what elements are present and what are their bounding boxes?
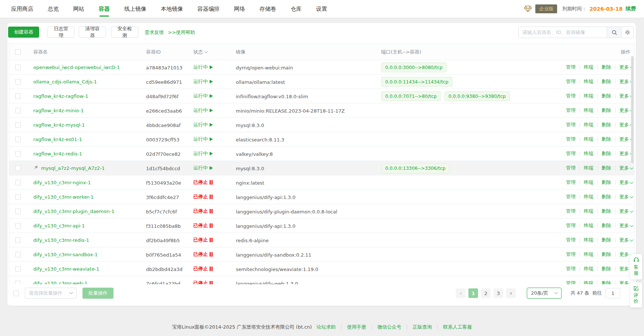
manage-link[interactable]: 管理 bbox=[566, 208, 576, 215]
row-checkbox[interactable] bbox=[15, 65, 21, 70]
terminal-link[interactable]: 终端 bbox=[584, 251, 593, 258]
container-name-link[interactable]: dify_v130_c3mr-weaviate-1 bbox=[33, 266, 99, 272]
delete-link[interactable]: 删除 bbox=[601, 280, 611, 284]
terminal-link[interactable]: 终端 bbox=[584, 237, 593, 243]
search-input[interactable] bbox=[519, 27, 607, 38]
delete-link[interactable]: 删除 bbox=[601, 64, 611, 71]
manage-link[interactable]: 管理 bbox=[566, 222, 576, 229]
port-mapping-badge[interactable]: 0.0.0.0:7071-->80/tcp bbox=[381, 91, 441, 101]
manage-link[interactable]: 管理 bbox=[566, 237, 576, 243]
container-name-link[interactable]: dify_v130_c3mr-sandbox-1 bbox=[33, 252, 98, 257]
delete-link[interactable]: 删除 bbox=[601, 107, 611, 114]
delete-link[interactable]: 删除 bbox=[601, 136, 611, 143]
row-checkbox[interactable] bbox=[15, 180, 21, 185]
terminal-link[interactable]: 终端 bbox=[584, 265, 593, 272]
nav-item-1[interactable]: 总览 bbox=[48, 0, 59, 18]
more-link[interactable]: 更多 bbox=[619, 193, 633, 200]
help-link[interactable]: >>使用帮助 bbox=[168, 29, 195, 36]
create-container-button[interactable]: 创建容器 bbox=[8, 27, 39, 38]
nav-item-0[interactable]: 应用商店 bbox=[11, 0, 33, 18]
terminal-link[interactable]: 终端 bbox=[584, 64, 593, 71]
row-checkbox[interactable] bbox=[15, 93, 21, 99]
more-link[interactable]: 更多 bbox=[619, 179, 633, 186]
container-name-link[interactable]: ragflow_kr4z-redis-1 bbox=[33, 151, 82, 157]
header-status[interactable]: 状态 bbox=[190, 49, 232, 55]
more-link[interactable]: 更多 bbox=[619, 237, 633, 243]
batch-action-select[interactable]: 请选择批量操作 bbox=[25, 288, 77, 299]
terminal-link[interactable]: 终端 bbox=[584, 107, 593, 114]
delete-link[interactable]: 删除 bbox=[601, 222, 611, 229]
more-link[interactable]: 更多 bbox=[619, 222, 633, 229]
row-checkbox[interactable] bbox=[15, 223, 21, 229]
delete-link[interactable]: 删除 bbox=[601, 208, 611, 215]
terminal-link[interactable]: 终端 bbox=[584, 93, 593, 99]
row-checkbox[interactable] bbox=[15, 194, 21, 200]
security-check-button[interactable]: 安全检测 bbox=[111, 27, 138, 38]
manage-link[interactable]: 管理 bbox=[566, 165, 576, 171]
page-button-1[interactable]: 1 bbox=[468, 288, 478, 298]
container-name-link[interactable]: ragflow_kr4z-minio-1 bbox=[33, 108, 84, 113]
delete-link[interactable]: 删除 bbox=[601, 251, 611, 258]
nav-item-10[interactable]: 设置 bbox=[316, 0, 327, 18]
delete-link[interactable]: 删除 bbox=[601, 150, 611, 157]
port-mapping-badge[interactable]: 0.0.0.0:13306-->3306/tcp bbox=[381, 163, 450, 173]
container-name-link[interactable]: ragflow_kr4z-ragflow-1 bbox=[33, 93, 88, 99]
container-name-link[interactable]: ragflow_kr4z-mysql-1 bbox=[33, 122, 85, 128]
terminal-link[interactable]: 终端 bbox=[584, 193, 593, 200]
manage-link[interactable]: 管理 bbox=[566, 150, 576, 157]
manage-link[interactable]: 管理 bbox=[566, 251, 576, 258]
select-all-checkbox[interactable] bbox=[15, 49, 21, 55]
manage-link[interactable]: 管理 bbox=[566, 93, 576, 99]
terminal-link[interactable]: 终端 bbox=[584, 222, 593, 229]
more-link[interactable]: 更多 bbox=[619, 208, 633, 215]
row-checkbox[interactable] bbox=[15, 165, 21, 171]
row-checkbox[interactable] bbox=[15, 79, 21, 85]
row-checkbox[interactable] bbox=[15, 281, 21, 285]
footer-link-2[interactable]: 微信公众号 bbox=[377, 324, 401, 330]
container-name-link[interactable]: openwebui_iwcd-openwebui_iwcD-1 bbox=[33, 65, 120, 70]
row-checkbox[interactable] bbox=[15, 137, 21, 142]
terminal-link[interactable]: 终端 bbox=[584, 208, 593, 215]
container-name-link[interactable]: dify_v130_c3mr-worker-1 bbox=[33, 194, 94, 200]
clean-container-button[interactable]: 清理容器 bbox=[79, 27, 106, 38]
scrollbar[interactable] bbox=[631, 56, 634, 163]
more-link[interactable]: 更多 bbox=[619, 165, 633, 171]
nav-item-2[interactable]: 网站 bbox=[73, 0, 84, 18]
terminal-link[interactable]: 终端 bbox=[584, 121, 593, 128]
delete-link[interactable]: 删除 bbox=[601, 193, 611, 200]
container-name-link[interactable]: dify_v130_c3mr-plugin_daemon-1 bbox=[33, 209, 114, 214]
row-checkbox[interactable] bbox=[15, 209, 21, 214]
search-button[interactable] bbox=[607, 27, 621, 38]
customer-service-button[interactable]: 客服 bbox=[630, 254, 642, 280]
container-name-link[interactable]: dify_v130_c3mr-nginx-1 bbox=[33, 180, 91, 185]
nav-item-7[interactable]: 网络 bbox=[234, 0, 245, 18]
nav-item-3[interactable]: 容器 bbox=[99, 0, 110, 18]
nav-item-8[interactable]: 存储卷 bbox=[260, 0, 276, 18]
delete-link[interactable]: 删除 bbox=[601, 237, 611, 243]
manage-link[interactable]: 管理 bbox=[566, 136, 576, 143]
renew-link[interactable]: 续费 bbox=[626, 6, 636, 12]
row-checkbox[interactable] bbox=[15, 266, 21, 272]
terminal-link[interactable]: 终端 bbox=[584, 179, 593, 186]
feedback-link[interactable]: 需求反馈 bbox=[145, 29, 164, 36]
row-checkbox[interactable] bbox=[15, 122, 21, 128]
settings-button[interactable] bbox=[621, 27, 634, 38]
manage-link[interactable]: 管理 bbox=[566, 64, 576, 71]
goto-page-input[interactable] bbox=[606, 288, 620, 298]
row-checkbox[interactable] bbox=[15, 237, 21, 243]
row-checkbox[interactable] bbox=[15, 252, 21, 257]
nav-item-4[interactable]: 线上镜像 bbox=[124, 0, 146, 18]
review-button[interactable]: 评价 bbox=[630, 282, 642, 308]
terminal-link[interactable]: 终端 bbox=[584, 280, 593, 284]
footer-link-1[interactable]: 使用手册 bbox=[347, 324, 366, 330]
container-name-link[interactable]: dify_v130_c3mr-api-1 bbox=[33, 223, 85, 229]
container-name-link[interactable]: ragflow_kr4z-es01-1 bbox=[33, 137, 82, 142]
delete-link[interactable]: 删除 bbox=[601, 179, 611, 186]
container-name-link[interactable]: dify_v130_c3mr-redis-1 bbox=[33, 237, 89, 243]
terminal-link[interactable]: 终端 bbox=[584, 165, 593, 171]
manage-link[interactable]: 管理 bbox=[566, 121, 576, 128]
container-name-link[interactable]: dify_v130_c3mr-web-1 bbox=[33, 281, 88, 285]
page-size-select[interactable]: 20条/页 bbox=[527, 288, 562, 299]
footer-link-0[interactable]: 论坛求助 bbox=[316, 324, 336, 330]
batch-select-all-checkbox[interactable] bbox=[13, 291, 19, 296]
